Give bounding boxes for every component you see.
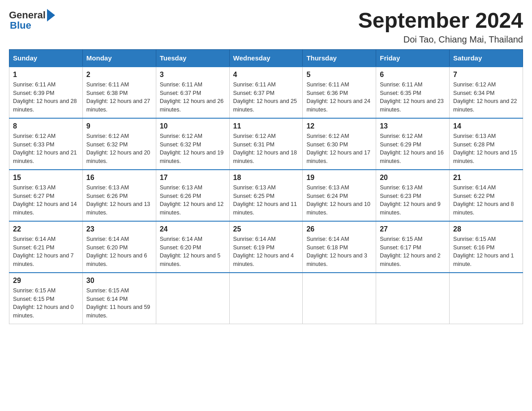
day-number: 16 [86,174,152,182]
sunset-label: Sunset: 6:32 PM [86,141,128,148]
sunset-label: Sunset: 6:36 PM [306,90,348,96]
calendar-header-thursday: Thursday [303,49,376,67]
sunset-label: Sunset: 6:32 PM [160,141,201,148]
daylight-label: Daylight: 12 hours and 17 minutes. [306,150,370,164]
day-info: Sunrise: 6:15 AM Sunset: 6:17 PM Dayligh… [380,235,446,269]
sunset-label: Sunset: 6:26 PM [160,193,201,199]
day-info: Sunrise: 6:13 AM Sunset: 6:24 PM Dayligh… [306,184,372,217]
day-info: Sunrise: 6:11 AM Sunset: 6:36 PM Dayligh… [306,81,372,114]
daylight-label: Daylight: 12 hours and 21 minutes. [13,150,77,164]
calendar-cell: 19 Sunrise: 6:13 AM Sunset: 6:24 PM Dayl… [303,170,376,221]
calendar-cell: 18 Sunrise: 6:13 AM Sunset: 6:25 PM Dayl… [229,170,303,221]
calendar-header-saturday: Saturday [450,49,523,67]
day-number: 11 [233,122,299,130]
sunrise-label: Sunrise: 6:12 AM [233,133,276,139]
day-number: 23 [86,225,152,233]
month-title: September 2024 [358,9,523,33]
sunset-label: Sunset: 6:14 PM [86,296,128,302]
day-info: Sunrise: 6:13 AM Sunset: 6:27 PM Dayligh… [13,184,79,217]
calendar-cell: 12 Sunrise: 6:12 AM Sunset: 6:30 PM Dayl… [303,118,376,170]
calendar-cell: 17 Sunrise: 6:13 AM Sunset: 6:26 PM Dayl… [156,170,229,221]
daylight-label: Daylight: 12 hours and 11 minutes. [233,201,297,216]
sunset-label: Sunset: 6:37 PM [233,90,275,96]
sunset-label: Sunset: 6:34 PM [453,90,494,96]
sunrise-label: Sunrise: 6:11 AM [86,81,129,88]
sunset-label: Sunset: 6:21 PM [13,244,54,251]
day-number: 24 [160,225,226,233]
sunset-label: Sunset: 6:28 PM [453,141,494,148]
day-number: 29 [13,277,79,285]
calendar-header-wednesday: Wednesday [229,49,303,67]
calendar-week-5: 29 Sunrise: 6:15 AM Sunset: 6:15 PM Dayl… [9,273,523,324]
day-number: 15 [13,174,79,182]
day-info: Sunrise: 6:11 AM Sunset: 6:35 PM Dayligh… [380,81,446,114]
sunrise-label: Sunrise: 6:15 AM [13,287,56,294]
calendar-header-row: SundayMondayTuesdayWednesdayThursdayFrid… [9,49,523,67]
daylight-label: Daylight: 12 hours and 26 minutes. [160,98,223,113]
sunset-label: Sunset: 6:38 PM [86,90,128,96]
day-number: 17 [160,174,226,182]
day-info: Sunrise: 6:12 AM Sunset: 6:29 PM Dayligh… [380,132,446,166]
day-number: 22 [13,225,79,233]
day-info: Sunrise: 6:14 AM Sunset: 6:20 PM Dayligh… [160,235,226,269]
day-info: Sunrise: 6:13 AM Sunset: 6:28 PM Dayligh… [453,132,519,166]
page-header: General Blue September 2024 Doi Tao, Chi… [9,9,523,45]
day-info: Sunrise: 6:15 AM Sunset: 6:16 PM Dayligh… [453,235,519,269]
day-info: Sunrise: 6:11 AM Sunset: 6:39 PM Dayligh… [13,81,79,114]
sunset-label: Sunset: 6:17 PM [380,244,421,251]
calendar-week-2: 8 Sunrise: 6:12 AM Sunset: 6:33 PM Dayli… [9,118,523,170]
sunrise-label: Sunrise: 6:12 AM [453,81,496,88]
calendar-cell: 21 Sunrise: 6:14 AM Sunset: 6:22 PM Dayl… [450,170,523,221]
day-info: Sunrise: 6:12 AM Sunset: 6:33 PM Dayligh… [13,132,79,166]
calendar-cell: 15 Sunrise: 6:13 AM Sunset: 6:27 PM Dayl… [9,170,83,221]
calendar-table: SundayMondayTuesdayWednesdayThursdayFrid… [9,49,523,324]
location-subtitle: Doi Tao, Chiang Mai, Thailand [358,34,523,45]
sunrise-label: Sunrise: 6:14 AM [86,236,129,242]
day-info: Sunrise: 6:12 AM Sunset: 6:30 PM Dayligh… [306,132,372,166]
calendar-cell: 7 Sunrise: 6:12 AM Sunset: 6:34 PM Dayli… [450,67,523,118]
calendar-cell: 23 Sunrise: 6:14 AM Sunset: 6:20 PM Dayl… [82,221,156,273]
daylight-label: Daylight: 12 hours and 2 minutes. [380,253,441,267]
day-info: Sunrise: 6:12 AM Sunset: 6:34 PM Dayligh… [453,81,519,114]
sunset-label: Sunset: 6:29 PM [380,141,421,148]
sunset-label: Sunset: 6:22 PM [453,193,494,199]
sunrise-label: Sunrise: 6:11 AM [380,81,422,88]
day-number: 27 [380,225,446,233]
sunrise-label: Sunrise: 6:15 AM [86,287,129,294]
calendar-cell [450,273,523,324]
day-info: Sunrise: 6:15 AM Sunset: 6:14 PM Dayligh… [86,287,152,320]
day-info: Sunrise: 6:14 AM Sunset: 6:20 PM Dayligh… [86,235,152,269]
calendar-header-monday: Monday [82,49,156,67]
daylight-label: Daylight: 12 hours and 10 minutes. [306,201,370,216]
day-info: Sunrise: 6:12 AM Sunset: 6:31 PM Dayligh… [233,132,299,166]
day-info: Sunrise: 6:14 AM Sunset: 6:22 PM Dayligh… [453,184,519,217]
logo-arrow-icon [47,9,55,21]
day-number: 4 [233,71,299,79]
daylight-label: Daylight: 12 hours and 24 minutes. [306,98,370,113]
sunrise-label: Sunrise: 6:14 AM [453,184,496,191]
daylight-label: Daylight: 12 hours and 4 minutes. [233,253,294,267]
daylight-label: Daylight: 12 hours and 8 minutes. [453,201,514,216]
day-number: 9 [86,122,152,130]
calendar-cell: 26 Sunrise: 6:14 AM Sunset: 6:18 PM Dayl… [303,221,376,273]
day-number: 19 [306,174,372,182]
sunrise-label: Sunrise: 6:12 AM [13,133,56,139]
calendar-cell: 24 Sunrise: 6:14 AM Sunset: 6:20 PM Dayl… [156,221,229,273]
daylight-label: Daylight: 12 hours and 3 minutes. [306,253,367,267]
sunset-label: Sunset: 6:20 PM [86,244,128,251]
day-number: 14 [453,122,519,130]
day-number: 2 [86,71,152,79]
logo-text-blue: Blue [9,20,31,31]
calendar-cell: 28 Sunrise: 6:15 AM Sunset: 6:16 PM Dayl… [450,221,523,273]
calendar-cell: 1 Sunrise: 6:11 AM Sunset: 6:39 PM Dayli… [9,67,83,118]
sunset-label: Sunset: 6:23 PM [380,193,421,199]
calendar-cell: 6 Sunrise: 6:11 AM Sunset: 6:35 PM Dayli… [376,67,450,118]
calendar-cell: 4 Sunrise: 6:11 AM Sunset: 6:37 PM Dayli… [229,67,303,118]
calendar-cell: 5 Sunrise: 6:11 AM Sunset: 6:36 PM Dayli… [303,67,376,118]
sunrise-label: Sunrise: 6:14 AM [13,236,56,242]
title-section: September 2024 Doi Tao, Chiang Mai, Thai… [358,9,523,45]
sunrise-label: Sunrise: 6:11 AM [306,81,349,88]
daylight-label: Daylight: 12 hours and 28 minutes. [13,98,77,113]
sunset-label: Sunset: 6:18 PM [306,244,348,251]
day-info: Sunrise: 6:14 AM Sunset: 6:18 PM Dayligh… [306,235,372,269]
